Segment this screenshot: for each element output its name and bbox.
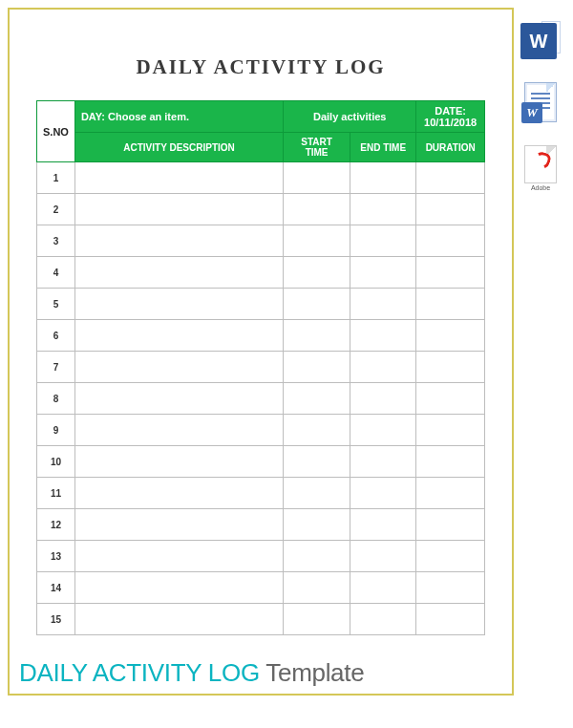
cell-start[interactable] [284,446,350,478]
cell-duration[interactable] [416,478,485,509]
page-title: DAILY ACTIVITY LOG [36,55,485,79]
cell-activity[interactable] [74,572,283,604]
day-cell[interactable]: DAY: Choose an item. [74,101,283,133]
column-header-end: END TIME [350,133,416,162]
cell-end[interactable] [350,572,416,604]
day-label: DAY: [81,111,105,122]
table-row: 13 [37,541,485,572]
cell-activity[interactable] [74,383,283,415]
cell-start[interactable] [284,320,350,352]
row-sno: 7 [37,352,75,383]
row-sno: 15 [37,604,75,635]
table-row: 10 [37,446,485,478]
cell-start[interactable] [284,194,350,225]
date-value: 10/11/2018 [424,117,477,128]
pdf-download-button[interactable]: Adobe [520,145,561,191]
table-row: 5 [37,289,485,320]
word-icon: W [520,23,557,59]
cell-duration[interactable] [416,194,485,225]
cell-end[interactable] [350,541,416,572]
cell-start[interactable] [284,478,350,509]
table-row: 11 [37,478,485,509]
date-label: DATE: [435,105,466,117]
cell-start[interactable] [284,604,350,635]
cell-start[interactable] [284,257,350,289]
cell-end[interactable] [350,446,416,478]
cell-activity[interactable] [74,446,283,478]
cell-activity[interactable] [74,320,283,352]
cell-end[interactable] [350,415,416,446]
cell-start[interactable] [284,415,350,446]
document-frame: DAILY ACTIVITY LOG S.NO DAY: Choose an i… [8,8,514,696]
cell-duration[interactable] [416,289,485,320]
table-row: 8 [37,383,485,415]
cell-start[interactable] [284,383,350,415]
cell-start[interactable] [284,225,350,257]
cell-activity[interactable] [74,541,283,572]
cell-start[interactable] [284,162,350,194]
row-sno: 12 [37,509,75,541]
cell-start[interactable] [284,289,350,320]
column-header-duration: DURATION [416,133,485,162]
cell-duration[interactable] [416,415,485,446]
row-sno: 1 [37,162,75,194]
cell-activity[interactable] [74,415,283,446]
caption-suffix: Template [260,658,365,687]
document-page: DAILY ACTIVITY LOG S.NO DAY: Choose an i… [27,29,495,654]
doc-download-button[interactable]: W [520,82,561,128]
table-row: 14 [37,572,485,604]
cell-duration[interactable] [416,383,485,415]
cell-end[interactable] [350,478,416,509]
cell-end[interactable] [350,194,416,225]
cell-duration[interactable] [416,162,485,194]
cell-activity[interactable] [74,225,283,257]
cell-activity[interactable] [74,162,283,194]
cell-activity[interactable] [74,604,283,635]
cell-duration[interactable] [416,352,485,383]
row-sno: 2 [37,194,75,225]
column-header-sno: S.NO [37,101,75,162]
row-sno: 8 [37,383,75,415]
table-row: 9 [37,415,485,446]
cell-end[interactable] [350,225,416,257]
cell-start[interactable] [284,352,350,383]
cell-end[interactable] [350,383,416,415]
template-caption: DAILY ACTIVITY LOG Template [19,658,364,688]
cell-duration[interactable] [416,541,485,572]
cell-duration[interactable] [416,604,485,635]
cell-duration[interactable] [416,572,485,604]
cell-activity[interactable] [74,352,283,383]
cell-end[interactable] [350,320,416,352]
table-row: 15 [37,604,485,635]
table-header-meta-row: S.NO DAY: Choose an item. Daily activiti… [37,101,485,133]
activity-log-table: S.NO DAY: Choose an item. Daily activiti… [36,100,485,635]
cell-start[interactable] [284,572,350,604]
row-sno: 9 [37,415,75,446]
cell-end[interactable] [350,162,416,194]
cell-end[interactable] [350,604,416,635]
cell-activity[interactable] [74,289,283,320]
cell-activity[interactable] [74,194,283,225]
cell-duration[interactable] [416,320,485,352]
cell-start[interactable] [284,541,350,572]
cell-duration[interactable] [416,446,485,478]
cell-duration[interactable] [416,509,485,541]
cell-end[interactable] [350,352,416,383]
cell-activity[interactable] [74,509,283,541]
cell-start[interactable] [284,509,350,541]
table-row: 3 [37,225,485,257]
cell-end[interactable] [350,289,416,320]
cell-end[interactable] [350,509,416,541]
row-sno: 11 [37,478,75,509]
cell-activity[interactable] [74,257,283,289]
row-sno: 3 [37,225,75,257]
cell-duration[interactable] [416,225,485,257]
word-download-button[interactable]: W [520,19,561,65]
table-row: 2 [37,194,485,225]
table-row: 1 [37,162,485,194]
cell-duration[interactable] [416,257,485,289]
cell-activity[interactable] [74,478,283,509]
table-row: 4 [37,257,485,289]
cell-end[interactable] [350,257,416,289]
day-value: Choose an item. [108,111,189,122]
